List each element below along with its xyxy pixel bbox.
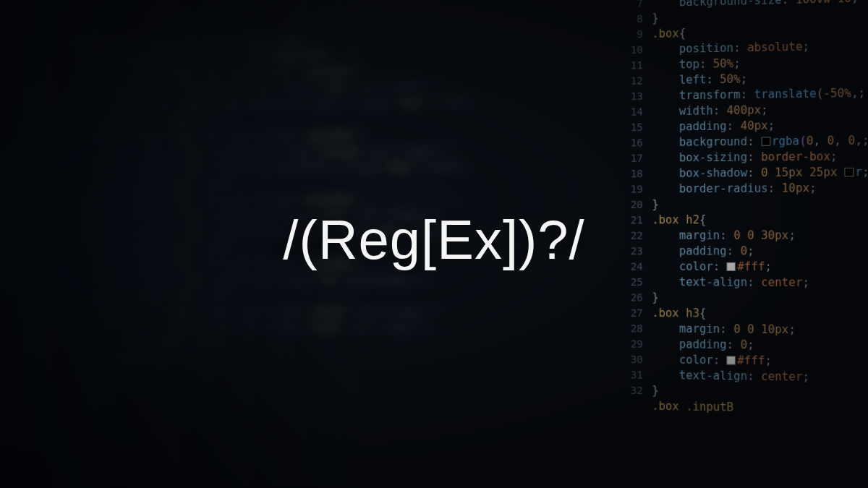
code-line: text-align: center; <box>652 275 868 291</box>
code-line: .box .inputB <box>652 398 868 419</box>
css-code-panel: 6789101112131415161718192021222324252627… <box>616 0 868 488</box>
line-number-gutter: 6789101112131415161718192021222324252627… <box>616 0 652 488</box>
line-number: 25 <box>616 275 643 291</box>
line-number: 24 <box>616 259 643 274</box>
line-number: 20 <box>616 197 643 213</box>
code-line: background: rgba(0, 0, 0,; <box>652 132 868 151</box>
code-line: box-sizing: border-box; <box>652 148 868 166</box>
line-number: 14 <box>616 104 643 120</box>
line-number: 11 <box>616 58 643 74</box>
code-line: width: 400px; <box>652 100 868 120</box>
line-number: 29 <box>616 336 643 352</box>
line-number: 30 <box>616 352 643 368</box>
code-line: padding: 40px; <box>652 116 868 135</box>
code-line: } <box>652 196 868 213</box>
line-number: 32 <box>616 382 643 398</box>
line-number: 31 <box>616 367 643 383</box>
line-number: 16 <box>616 135 643 151</box>
code-line: .box h3{ <box>652 306 868 323</box>
blurred-code-line: attr">class="tag"><div attr">class="inpu… <box>75 189 646 208</box>
line-number: 26 <box>616 290 643 306</box>
css-code-lines: background: url(…); background-size: 100… <box>652 0 868 488</box>
code-line: border-radius: 10px; <box>652 180 868 197</box>
line-number: 22 <box>616 228 643 244</box>
line-number: 8 <box>616 12 643 27</box>
regex-title-overlay: /(Reg[Ex])?/ <box>283 207 584 270</box>
line-number: 27 <box>616 305 643 321</box>
line-number: 13 <box>616 89 643 105</box>
line-number: 21 <box>616 213 643 228</box>
line-number: 28 <box>616 321 643 337</box>
line-number: 10 <box>616 42 643 58</box>
code-line: } <box>652 290 868 307</box>
line-number: 7 <box>616 0 643 12</box>
line-number: 15 <box>616 120 643 136</box>
line-number: 18 <box>616 166 643 182</box>
line-number: 23 <box>616 244 643 259</box>
code-line: margin: 0 0 30px; <box>652 228 868 244</box>
line-number: 17 <box>616 150 643 166</box>
code-line: color: #fff; <box>652 259 868 275</box>
line-number: 12 <box>616 73 643 89</box>
code-line: box-shadow: 0 15px 25px r; <box>652 164 868 181</box>
code-line: .box h2{ <box>652 212 868 228</box>
code-line: padding: 0; <box>652 244 868 260</box>
line-number: 9 <box>616 27 643 43</box>
line-number: 19 <box>616 181 643 197</box>
